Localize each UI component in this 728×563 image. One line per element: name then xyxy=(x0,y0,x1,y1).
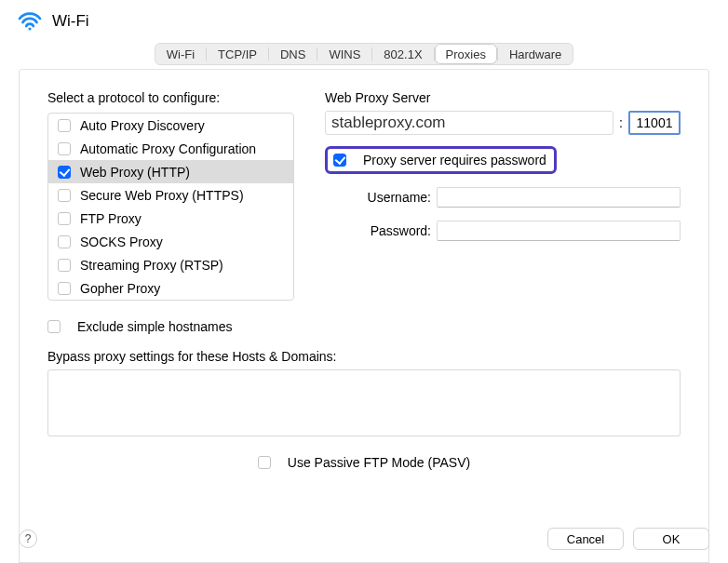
content-panel: Select a protocol to configure: Auto Pro… xyxy=(19,69,709,563)
password-input[interactable] xyxy=(437,221,681,241)
checkbox[interactable] xyxy=(58,282,71,295)
passive-ftp-label: Use Passive FTP Mode (PASV) xyxy=(288,455,470,470)
tab-wifi[interactable]: Wi-Fi xyxy=(155,44,206,64)
window-header: Wi-Fi xyxy=(0,0,728,43)
list-item[interactable]: Gopher Proxy xyxy=(48,276,293,300)
tab-proxies[interactable]: Proxies xyxy=(435,44,497,64)
protocol-list: Auto Proxy Discovery Automatic Proxy Con… xyxy=(47,113,294,301)
list-item[interactable]: Auto Proxy Discovery xyxy=(48,114,293,137)
list-item[interactable]: FTP Proxy xyxy=(48,207,293,230)
checkbox[interactable] xyxy=(47,320,61,333)
username-input[interactable] xyxy=(437,187,681,208)
ok-button[interactable]: OK xyxy=(633,528,709,550)
tab-dns[interactable]: DNS xyxy=(269,44,317,64)
tab-wins[interactable]: WINS xyxy=(317,44,371,64)
tab-8021x[interactable]: 802.1X xyxy=(372,44,433,64)
bypass-textarea[interactable] xyxy=(47,369,681,436)
requires-password-label: Proxy server requires password xyxy=(363,153,546,168)
list-item[interactable]: Streaming Proxy (RTSP) xyxy=(48,253,293,276)
footer: ? Cancel OK xyxy=(0,528,728,550)
exclude-simple-hostnames-label: Exclude simple hostnames xyxy=(77,319,233,334)
tab-tcpip[interactable]: TCP/IP xyxy=(207,44,268,64)
checkbox[interactable] xyxy=(58,235,71,248)
cancel-button[interactable]: Cancel xyxy=(547,528,624,550)
checkbox[interactable] xyxy=(58,212,71,225)
passive-ftp-row[interactable]: Use Passive FTP Mode (PASV) xyxy=(258,455,470,470)
list-item[interactable]: Automatic Proxy Configuration xyxy=(48,137,293,160)
checkbox[interactable] xyxy=(58,119,71,132)
password-label: Password: xyxy=(325,223,437,238)
window-title: Wi-Fi xyxy=(52,12,89,31)
host-port-separator: : xyxy=(619,115,623,130)
list-item[interactable]: Secure Web Proxy (HTTPS) xyxy=(48,183,293,207)
checkbox[interactable] xyxy=(258,456,271,469)
username-label: Username: xyxy=(325,190,437,205)
exclude-simple-hostnames-row[interactable]: Exclude simple hostnames xyxy=(47,319,681,334)
checkbox[interactable] xyxy=(58,259,71,272)
protocol-select-label: Select a protocol to configure: xyxy=(47,90,308,105)
checkbox[interactable] xyxy=(58,189,71,202)
proxy-host-input[interactable]: stableproxy.com xyxy=(325,111,613,135)
help-button[interactable]: ? xyxy=(19,529,37,548)
checkbox[interactable] xyxy=(58,166,71,179)
proxy-server-label: Web Proxy Server xyxy=(325,90,681,105)
checkbox[interactable] xyxy=(333,154,346,167)
checkbox[interactable] xyxy=(58,142,71,155)
list-item[interactable]: Web Proxy (HTTP) xyxy=(48,160,293,183)
list-item[interactable]: SOCKS Proxy xyxy=(48,230,293,253)
proxy-port-input[interactable]: 11001 xyxy=(628,111,681,135)
tabbar: Wi-Fi TCP/IP DNS WINS 802.1X Proxies Har… xyxy=(0,43,728,67)
bypass-label: Bypass proxy settings for these Hosts & … xyxy=(47,349,681,364)
tab-hardware[interactable]: Hardware xyxy=(498,44,573,64)
wifi-icon xyxy=(17,11,43,32)
network-proxy-window: Wi-Fi Wi-Fi TCP/IP DNS WINS 802.1X Proxi… xyxy=(0,0,728,563)
svg-point-0 xyxy=(28,27,31,30)
requires-password-row[interactable]: Proxy server requires password xyxy=(325,146,557,174)
